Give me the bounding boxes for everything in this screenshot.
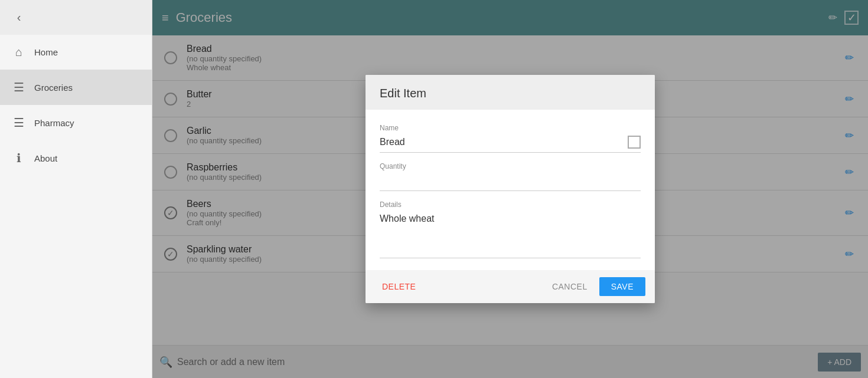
dialog-body: Name Quantity Details Whole wheat: [366, 110, 655, 270]
quantity-field-label: Quantity: [380, 162, 641, 170]
cancel-button[interactable]: CANCEL: [545, 277, 595, 296]
name-input[interactable]: [380, 134, 628, 150]
sidebar-item-label: Pharmacy: [34, 118, 74, 128]
item-done-checkbox[interactable]: [628, 136, 641, 149]
list-icon: ☰: [12, 80, 26, 94]
save-button[interactable]: SAVE: [599, 277, 645, 296]
sidebar-item-about[interactable]: ℹ About: [0, 140, 152, 176]
sidebar-item-home[interactable]: ⌂ Home: [0, 35, 152, 70]
list-icon-pharmacy: ☰: [12, 116, 26, 130]
edit-item-dialog: Edit Item Name Quantity Details Whole wh…: [366, 75, 655, 303]
dialog-title: Edit Item: [366, 75, 655, 110]
delete-button[interactable]: DELETE: [375, 277, 423, 296]
sidebar: ‹ ⌂ Home ☰ Groceries ☰ Pharmacy ℹ About: [0, 0, 152, 378]
back-icon: ‹: [12, 11, 26, 24]
info-icon: ℹ: [12, 151, 26, 165]
home-icon: ⌂: [12, 45, 26, 59]
quantity-input[interactable]: [380, 173, 641, 188]
details-input[interactable]: Whole wheat: [380, 211, 641, 258]
sidebar-item-groceries[interactable]: ☰ Groceries: [0, 70, 152, 105]
sidebar-back-button[interactable]: ‹: [0, 0, 152, 35]
sidebar-item-label: Groceries: [34, 83, 73, 93]
main-area: ≡ Groceries ✏ ✓ Bread (no quantity speci…: [152, 0, 868, 378]
sidebar-item-label: Home: [34, 47, 58, 57]
details-field-label: Details: [380, 200, 641, 209]
modal-overlay: Edit Item Name Quantity Details Whole wh…: [152, 0, 868, 378]
dialog-actions: DELETE CANCEL SAVE: [366, 270, 655, 303]
quantity-field-row: [380, 173, 641, 191]
sidebar-item-pharmacy[interactable]: ☰ Pharmacy: [0, 105, 152, 140]
name-field-label: Name: [380, 124, 641, 132]
sidebar-item-label: About: [34, 153, 57, 163]
name-field-row: [380, 134, 641, 153]
